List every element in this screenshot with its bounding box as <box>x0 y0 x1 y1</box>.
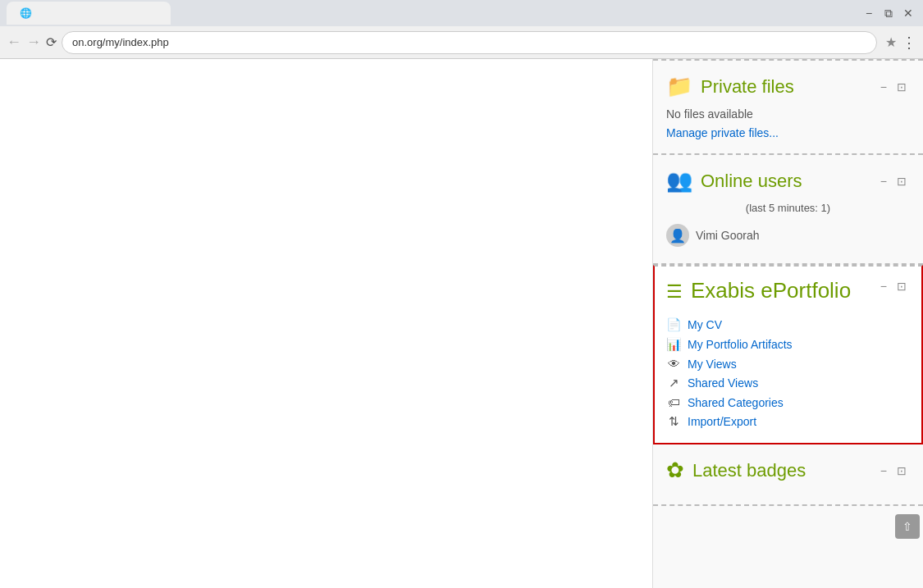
chrome-menu-icon[interactable]: ⋮ <box>902 34 916 52</box>
eportfolio-menu-list: 📄 My CV 📊 My Portfolio Artifacts 👁 My Vi… <box>666 315 910 431</box>
list-item: 📄 My CV <box>666 315 910 335</box>
page-content: 📁 Private files − ⊡ No files available M… <box>0 59 923 588</box>
shared-views-icon: ↗ <box>666 376 681 390</box>
forward-button[interactable]: → <box>26 34 41 51</box>
shared-categories-link[interactable]: Shared Categories <box>688 396 784 409</box>
eportfolio-expand[interactable]: ⊡ <box>893 278 910 294</box>
private-files-widget: 📁 Private files − ⊡ No files available M… <box>653 59 923 155</box>
widget-title-area-badges: ✿ Latest badges <box>666 458 806 483</box>
address-text: on.org/my/index.php <box>72 36 169 48</box>
latest-badges-widget: ✿ Latest badges − ⊡ <box>653 444 923 506</box>
scroll-to-top-button[interactable]: ⇧ <box>895 514 920 539</box>
private-files-title: Private files <box>701 76 794 98</box>
my-views-icon: 👁 <box>666 357 681 371</box>
portfolio-artifacts-icon: 📊 <box>666 337 681 352</box>
avatar: 👤 <box>666 224 689 247</box>
widget-header-online-users: 👥 Online users − ⊡ <box>666 168 910 194</box>
shared-views-link[interactable]: Shared Views <box>688 376 758 390</box>
last-minutes-text: (last 5 minutes: 1) <box>666 202 910 214</box>
window-controls: − ⧉ ✕ <box>861 5 916 21</box>
back-button[interactable]: ← <box>7 34 21 51</box>
eportfolio-widget: ☰ Exabis ePortfolio − ⊡ 📄 My CV 📊 <box>653 265 923 444</box>
user-name-text: Vimi Goorah <box>696 229 760 242</box>
address-bar-row: ← → ⟳ on.org/my/index.php ★ ⋮ <box>0 26 923 59</box>
scroll-up-icon: ⇧ <box>902 520 912 533</box>
online-users-title: Online users <box>701 171 802 192</box>
online-users-widget: 👥 Online users − ⊡ (last 5 minutes: 1) 👤… <box>653 155 923 265</box>
user-row: 👤 Vimi Goorah <box>666 221 910 250</box>
online-users-expand[interactable]: ⊡ <box>893 173 910 189</box>
widget-header-private-files: 📁 Private files − ⊡ <box>666 74 910 99</box>
tab-favicon: 🌐 <box>20 7 32 19</box>
private-files-minimize[interactable]: − <box>877 79 890 95</box>
eportfolio-controls: − ⊡ <box>877 278 910 294</box>
my-views-link[interactable]: My Views <box>688 358 737 371</box>
sidebar: 📁 Private files − ⊡ No files available M… <box>652 59 923 588</box>
list-item: 📊 My Portfolio Artifacts <box>666 335 910 354</box>
list-item: ⇅ Import/Export <box>666 412 910 431</box>
badge-icon: ✿ <box>666 458 684 483</box>
browser-frame: 🌐 − ⧉ ✕ ← → ⟳ on.org/my/index.php ★ ⋮ <box>0 0 923 588</box>
import-export-link[interactable]: Import/Export <box>688 415 756 428</box>
badges-controls: − ⊡ <box>877 463 910 479</box>
close-button[interactable]: ✕ <box>900 5 916 21</box>
tab-area: 🌐 <box>7 2 171 25</box>
online-users-controls: − ⊡ <box>877 173 910 189</box>
my-cv-link[interactable]: My CV <box>688 318 722 331</box>
folder-icon: 📁 <box>666 74 692 99</box>
private-files-expand[interactable]: ⊡ <box>893 79 910 95</box>
import-export-icon: ⇅ <box>666 414 681 429</box>
private-files-controls: − ⊡ <box>877 79 910 95</box>
widget-header-badges: ✿ Latest badges − ⊡ <box>666 458 910 483</box>
eportfolio-title-area: ☰ Exabis ePortfolio <box>666 278 851 303</box>
cv-icon: 📄 <box>666 317 681 332</box>
main-content <box>0 59 652 588</box>
widget-title-area: 📁 Private files <box>666 74 794 99</box>
browser-tab[interactable]: 🌐 <box>7 2 171 25</box>
eportfolio-minimize[interactable]: − <box>877 278 890 294</box>
reload-button[interactable]: ⟳ <box>46 34 57 50</box>
badges-minimize[interactable]: − <box>877 463 890 479</box>
avatar-icon: 👤 <box>669 228 686 244</box>
list-item: ↗ Shared Views <box>666 373 910 393</box>
my-portfolio-artifacts-link[interactable]: My Portfolio Artifacts <box>688 338 793 351</box>
badges-expand[interactable]: ⊡ <box>893 463 910 479</box>
bookmark-icon[interactable]: ★ <box>885 34 897 50</box>
users-icon: 👥 <box>666 168 692 194</box>
manage-private-files-link[interactable]: Manage private files... <box>666 126 779 139</box>
shared-categories-icon: 🏷 <box>666 395 681 409</box>
no-files-text: No files available <box>666 107 910 121</box>
title-bar: 🌐 − ⧉ ✕ <box>0 0 923 26</box>
address-bar[interactable]: on.org/my/index.php <box>62 31 877 54</box>
hamburger-icon: ☰ <box>666 281 683 303</box>
online-users-minimize[interactable]: − <box>877 173 890 189</box>
widget-title-area-online: 👥 Online users <box>666 168 802 194</box>
restore-button[interactable]: ⧉ <box>880 5 897 21</box>
latest-badges-title: Latest badges <box>692 460 806 481</box>
list-item: 👁 My Views <box>666 354 910 373</box>
minimize-button[interactable]: − <box>861 5 877 21</box>
eportfolio-header: ☰ Exabis ePortfolio − ⊡ <box>666 278 910 303</box>
list-item: 🏷 Shared Categories <box>666 393 910 412</box>
eportfolio-title: Exabis ePortfolio <box>691 278 851 303</box>
